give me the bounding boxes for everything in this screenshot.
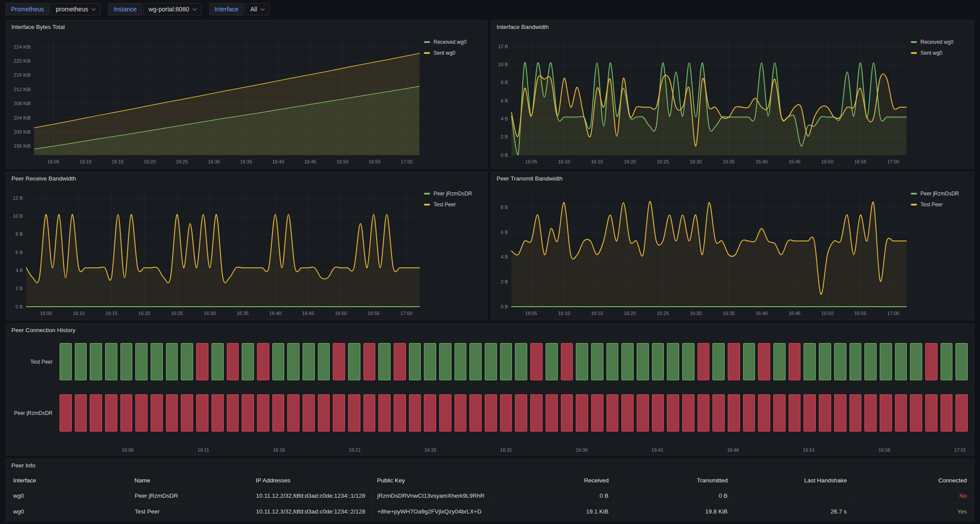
status-bar[interactable] <box>895 394 907 432</box>
status-bar[interactable] <box>591 394 603 432</box>
panel-title-peer-info[interactable]: Peer Info <box>6 459 974 472</box>
status-bar[interactable] <box>303 394 315 432</box>
status-bar[interactable] <box>621 394 634 432</box>
status-bar[interactable] <box>227 343 239 380</box>
status-bar[interactable] <box>212 343 224 380</box>
table-column-header[interactable]: Transmitted <box>614 473 733 488</box>
status-bar[interactable] <box>530 343 543 380</box>
status-bar[interactable] <box>363 394 376 432</box>
status-bar[interactable] <box>955 343 968 380</box>
legend-item[interactable]: Sent wg0 <box>424 50 483 56</box>
status-bar[interactable] <box>227 394 239 432</box>
status-bar[interactable] <box>789 394 801 432</box>
status-bar[interactable] <box>166 394 178 432</box>
status-bar[interactable] <box>682 394 694 432</box>
status-bar[interactable] <box>333 343 345 380</box>
status-bar[interactable] <box>561 343 573 380</box>
status-bar[interactable] <box>257 394 269 432</box>
status-bar[interactable] <box>895 343 907 380</box>
table-column-header[interactable]: IP Addresses <box>250 473 372 488</box>
status-bar[interactable] <box>439 394 451 432</box>
status-bar[interactable] <box>698 343 710 380</box>
panel-title-peer-receive-bandwidth[interactable]: Peer Receive Bandwidth <box>6 172 487 185</box>
status-bar[interactable] <box>196 343 208 380</box>
status-bar[interactable] <box>166 343 178 380</box>
status-bar[interactable] <box>60 394 72 432</box>
status-bar[interactable] <box>287 343 300 380</box>
status-bar[interactable] <box>394 394 406 432</box>
status-bar[interactable] <box>728 343 740 380</box>
table-column-header[interactable]: Connected <box>852 473 972 488</box>
status-bar[interactable] <box>500 394 512 432</box>
status-bar[interactable] <box>864 343 877 380</box>
status-bar[interactable] <box>409 394 421 432</box>
status-bar[interactable] <box>925 343 938 380</box>
status-bar[interactable] <box>758 343 770 380</box>
status-bar[interactable] <box>75 394 87 432</box>
instance-dropdown[interactable]: wg-portal:8080 <box>143 3 201 15</box>
legend-item[interactable]: Test Peer <box>911 202 970 208</box>
status-bar[interactable] <box>105 343 117 380</box>
status-bar[interactable] <box>318 394 330 432</box>
status-bar[interactable] <box>455 394 467 432</box>
status-bar[interactable] <box>485 343 497 380</box>
status-bar[interactable] <box>789 343 801 380</box>
status-bar[interactable] <box>773 394 786 432</box>
status-bar[interactable] <box>804 394 816 432</box>
status-bar[interactable] <box>941 343 953 380</box>
status-bar[interactable] <box>591 343 603 380</box>
chart-canvas[interactable]: 0 B2 B4 B6 B8 B10 B12 B16:0516:1016:1516… <box>6 185 422 320</box>
status-bar[interactable] <box>363 343 376 380</box>
status-bar[interactable] <box>151 394 163 432</box>
panel-title-peer-transmit-bandwidth[interactable]: Peer Transmit Bandwidth <box>491 172 974 185</box>
status-bar[interactable] <box>667 394 679 432</box>
chart-canvas[interactable]: 0 B2 B4 B6 B8 B16:0516:1016:1516:2016:25… <box>491 185 909 320</box>
status-bar[interactable] <box>120 394 133 432</box>
table-column-header[interactable]: Name <box>129 473 250 488</box>
status-bar[interactable] <box>910 394 922 432</box>
status-bar[interactable] <box>303 343 315 380</box>
status-bar[interactable] <box>272 394 285 432</box>
status-bar[interactable] <box>500 343 512 380</box>
status-bar[interactable] <box>272 343 285 380</box>
status-bar[interactable] <box>561 394 573 432</box>
status-bar[interactable] <box>743 343 755 380</box>
time-series-plot-interface-bandwidth[interactable]: 0 B2 B4 B6 B8 B10 B12 B16:0516:1016:1516… <box>491 34 909 168</box>
status-bar[interactable] <box>621 343 634 380</box>
status-bar[interactable] <box>135 394 148 432</box>
status-bar[interactable] <box>485 394 497 432</box>
panel-title-peer-connection-history[interactable]: Peer Connection History <box>6 324 974 337</box>
status-bar[interactable] <box>682 343 694 380</box>
status-bar[interactable] <box>318 343 330 380</box>
legend-item[interactable]: Peer jRzmDsDR <box>424 191 483 197</box>
status-bar[interactable] <box>530 394 543 432</box>
status-bar[interactable] <box>606 343 619 380</box>
status-bar[interactable] <box>181 343 193 380</box>
status-bar[interactable] <box>850 343 862 380</box>
status-bar[interactable] <box>758 394 770 432</box>
status-bar[interactable] <box>181 394 193 432</box>
status-bar[interactable] <box>515 343 527 380</box>
status-bar[interactable] <box>941 394 953 432</box>
status-bar[interactable] <box>212 394 224 432</box>
status-bar[interactable] <box>652 394 664 432</box>
status-bar[interactable] <box>546 394 558 432</box>
status-bar[interactable] <box>925 394 938 432</box>
legend-item[interactable]: Received wg0 <box>424 39 483 45</box>
time-series-plot-interface-bytes-total[interactable]: 196 KiB200 KiB204 KiB208 KiB212 KiB216 K… <box>6 34 422 168</box>
panel-title-interface-bandwidth[interactable]: Interface Bandwidth <box>491 21 974 34</box>
status-bar[interactable] <box>712 394 725 432</box>
status-bar[interactable] <box>773 343 786 380</box>
status-bar[interactable] <box>667 343 679 380</box>
status-bar[interactable] <box>515 394 527 432</box>
status-bar[interactable] <box>105 394 117 432</box>
interface-dropdown[interactable]: All <box>245 3 269 15</box>
status-bar[interactable] <box>880 394 892 432</box>
table-column-header[interactable]: Received <box>493 473 614 488</box>
panel-title-interface-bytes-total[interactable]: Interface Bytes Total <box>6 21 487 34</box>
status-bar[interactable] <box>698 394 710 432</box>
status-bar[interactable] <box>455 343 467 380</box>
status-bar[interactable] <box>469 394 482 432</box>
table-column-header[interactable]: Interface <box>8 473 129 488</box>
status-bar[interactable] <box>834 343 846 380</box>
